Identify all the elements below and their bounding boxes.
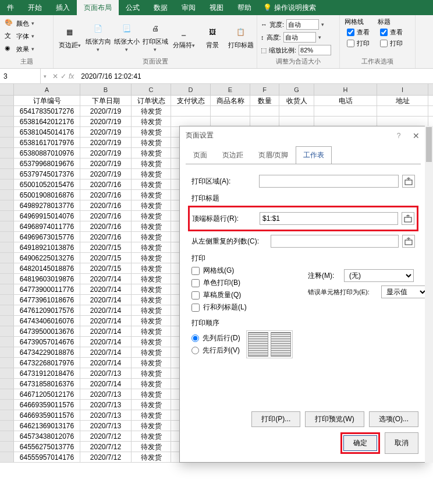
order-over-radio[interactable] [191,347,199,354]
cell[interactable]: 2020/7/19 [80,117,132,126]
col-header-F[interactable]: F [250,84,279,95]
ribbon-tab-3[interactable]: 页面布局 [77,0,119,15]
cell[interactable]: 收货人 [279,96,314,105]
cell[interactable]: 64732268017976 [14,358,80,368]
gridlines-view-check[interactable] [347,29,354,36]
cell[interactable]: 待发货 [132,368,171,378]
scale-pct[interactable] [299,45,331,55]
cell[interactable]: 2020/7/14 [80,305,132,315]
cell[interactable]: 2020/7/19 [80,158,132,168]
cell[interactable]: 65001908016876 [14,190,80,200]
options-button[interactable]: 选项(O)... [369,411,418,427]
cell[interactable]: 数量 [250,96,279,105]
margins-button[interactable]: ▦页边距▾ [56,16,83,56]
cell[interactable]: 64968974011776 [14,221,80,231]
print-button[interactable]: 打印(P)... [251,411,300,427]
cell[interactable]: 2020/7/14 [80,337,132,347]
cell[interactable]: 2020/7/14 [80,379,132,389]
cell[interactable] [279,117,314,126]
cell[interactable]: 商品名称 [211,96,250,105]
cell[interactable]: 待发货 [132,389,171,399]
cell[interactable]: 待发货 [132,274,171,284]
cell[interactable]: 待发货 [132,284,171,294]
cell[interactable]: 待发货 [132,452,171,462]
dialog-close-button[interactable]: ✕ [409,129,423,143]
size-button[interactable]: 📃纸张大小▾ [113,16,140,56]
top-rows-input[interactable] [260,212,398,225]
cell[interactable]: 2020/7/13 [80,368,132,378]
cell[interactable]: 64669359011576 [14,400,80,410]
cell[interactable]: 待发货 [132,410,171,420]
cell[interactable]: 下单日期 [80,96,132,105]
cell[interactable]: 65381617017976 [14,138,80,147]
cell[interactable]: 待发货 [132,326,171,336]
cell[interactable]: 待发货 [132,263,171,273]
col-header-H[interactable]: H [314,84,377,95]
cell[interactable]: 待发货 [132,179,171,189]
dialog-tab-3[interactable]: 工作表 [296,146,332,164]
cancel-fx-icon[interactable]: ✕ [52,72,58,80]
cell[interactable]: 64734229018876 [14,347,80,357]
cell[interactable]: 2020/7/12 [80,431,132,441]
cell[interactable]: 待发货 [132,421,171,431]
cell[interactable]: 2020/7/16 [80,211,132,221]
cell[interactable] [211,106,250,116]
scrollbar-thumb[interactable] [426,127,432,162]
order-down-radio[interactable] [191,334,199,342]
cell[interactable]: 2020/7/12 [80,442,132,452]
bw-check[interactable] [191,279,200,287]
cell[interactable]: 待发货 [132,190,171,200]
print-area-button[interactable]: 🖨打印区域▾ [141,16,169,56]
cell[interactable]: 待发货 [132,337,171,347]
cell[interactable]: 待发货 [132,106,171,116]
gridlines-print-check[interactable] [347,40,354,47]
col-header-B[interactable]: B [80,84,132,95]
ribbon-tab-6[interactable]: 审阅 [175,0,203,15]
comments-combo[interactable]: (无) [344,269,414,282]
cell[interactable]: 待发货 [132,221,171,231]
col-header-A[interactable]: A [14,84,80,95]
cell[interactable]: 2020/7/14 [80,284,132,294]
ribbon-tab-4[interactable]: 公式 [119,0,147,15]
cell[interactable]: 2020/7/13 [80,410,132,420]
cell[interactable]: 2020/7/19 [80,106,132,116]
cell[interactable]: 65381642012176 [14,117,80,126]
cell[interactable]: 2020/7/14 [80,347,132,357]
cell[interactable]: 订单状态 [132,96,171,105]
cell[interactable]: 64739057014676 [14,337,80,347]
left-cols-picker[interactable] [402,235,415,248]
cell[interactable]: 地址 [377,96,428,105]
select-all-corner[interactable] [0,84,14,95]
cell[interactable]: 2020/7/19 [80,148,132,158]
cell[interactable]: 2020/7/16 [80,190,132,200]
cell[interactable]: 2020/7/14 [80,326,132,336]
cell[interactable]: 待发货 [132,347,171,357]
formula-input[interactable]: 2020/7/16 12:02:41 [77,72,433,80]
dialog-tab-1[interactable]: 页边距 [215,146,251,164]
cell[interactable]: 64573438012076 [14,431,80,441]
errors-combo[interactable]: 显示值 [381,286,428,298]
col-header-G[interactable]: G [279,84,314,95]
cell[interactable]: 2020/7/16 [80,200,132,210]
fx-icon[interactable]: fx [69,72,74,80]
cell[interactable] [250,106,279,116]
cell[interactable]: 待发货 [132,253,171,263]
cell[interactable]: 64739500013676 [14,326,80,336]
cell[interactable]: 订单编号 [14,96,80,105]
dialog-tab-2[interactable]: 页眉/页脚 [251,146,296,164]
cell[interactable]: 64761209017576 [14,305,80,315]
cell[interactable]: 64989278013776 [14,200,80,210]
cell[interactable]: 待发货 [132,169,171,179]
ribbon-tab-2[interactable]: 插入 [49,0,77,15]
theme-fonts[interactable]: 文字体▾ [2,30,37,42]
ribbon-tab-0[interactable]: 件 [0,0,21,15]
cell[interactable] [171,117,211,126]
ribbon-tab-1[interactable]: 开始 [21,0,49,15]
cell[interactable]: 2020/7/15 [80,263,132,273]
ribbon-tab-7[interactable]: 视图 [203,0,230,15]
cell[interactable]: 64671205012176 [14,389,80,399]
cell[interactable]: 待发货 [132,138,171,147]
cell[interactable]: 64820145018876 [14,263,80,273]
cell[interactable]: 待发货 [132,442,171,452]
ok-button[interactable]: 确定 [343,435,377,451]
